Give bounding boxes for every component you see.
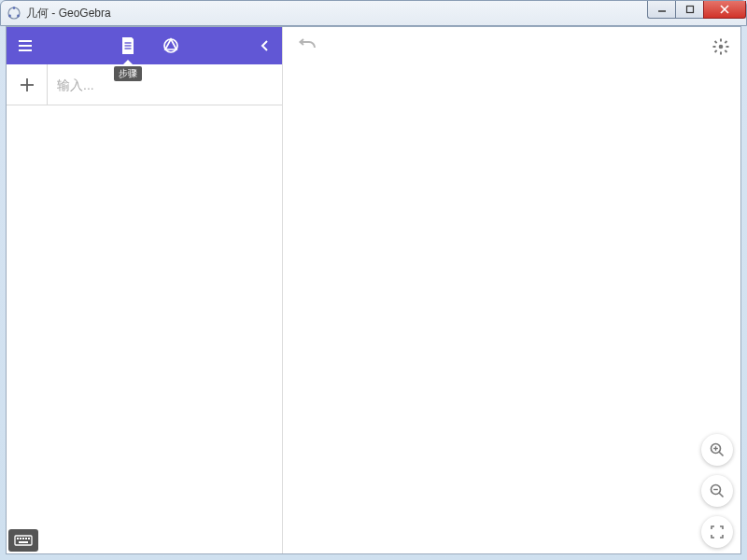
window-controls xyxy=(647,1,746,19)
undo-button[interactable] xyxy=(296,35,320,59)
settings-button[interactable] xyxy=(709,35,733,59)
svg-rect-5 xyxy=(686,7,693,13)
svg-rect-24 xyxy=(725,40,728,44)
svg-rect-20 xyxy=(713,46,716,48)
collapse-panel-button[interactable] xyxy=(248,27,282,64)
svg-rect-35 xyxy=(20,538,21,539)
input-cell xyxy=(48,64,282,105)
app-frame: 步骤 xyxy=(6,26,741,554)
graphics-view[interactable] xyxy=(283,27,740,553)
svg-point-1 xyxy=(13,7,16,9)
svg-rect-22 xyxy=(714,40,718,44)
svg-rect-38 xyxy=(28,538,30,539)
window-title: 几何 - GeoGebra xyxy=(26,6,111,21)
left-panel: 步骤 xyxy=(7,27,283,553)
maximize-button[interactable] xyxy=(675,1,703,19)
app-icon xyxy=(7,6,21,21)
minimize-button[interactable] xyxy=(647,1,675,19)
svg-rect-33 xyxy=(15,536,32,545)
svg-rect-19 xyxy=(720,52,722,55)
zoom-out-button[interactable] xyxy=(701,475,733,507)
svg-line-27 xyxy=(719,452,723,455)
svg-rect-21 xyxy=(726,46,729,48)
svg-point-14 xyxy=(164,39,177,52)
svg-rect-34 xyxy=(17,538,19,539)
active-tab-indicator xyxy=(123,60,133,64)
window-titlebar: 几何 - GeoGebra xyxy=(0,0,747,26)
svg-rect-37 xyxy=(25,538,27,539)
tab-tools[interactable] xyxy=(160,35,182,57)
svg-point-3 xyxy=(17,15,20,18)
svg-rect-18 xyxy=(720,39,722,42)
svg-point-17 xyxy=(719,45,724,49)
algebra-input[interactable] xyxy=(57,77,273,92)
fullscreen-button[interactable] xyxy=(701,516,733,548)
svg-line-31 xyxy=(719,493,723,497)
zoom-in-button[interactable] xyxy=(701,434,733,466)
tooltip-steps: 步骤 xyxy=(114,66,142,81)
close-button[interactable] xyxy=(703,1,746,19)
virtual-keyboard-button[interactable] xyxy=(8,529,38,552)
svg-rect-25 xyxy=(714,49,718,53)
svg-rect-39 xyxy=(19,541,28,543)
toolbar: 步骤 xyxy=(7,27,282,64)
input-row xyxy=(7,64,282,105)
svg-rect-23 xyxy=(725,49,728,53)
algebra-view[interactable] xyxy=(7,105,282,553)
tab-algebra[interactable]: 步骤 xyxy=(117,35,139,57)
add-button[interactable] xyxy=(7,64,48,105)
svg-point-2 xyxy=(8,15,11,18)
view-controls xyxy=(701,434,733,548)
menu-button[interactable] xyxy=(7,27,44,64)
svg-rect-36 xyxy=(22,538,24,539)
